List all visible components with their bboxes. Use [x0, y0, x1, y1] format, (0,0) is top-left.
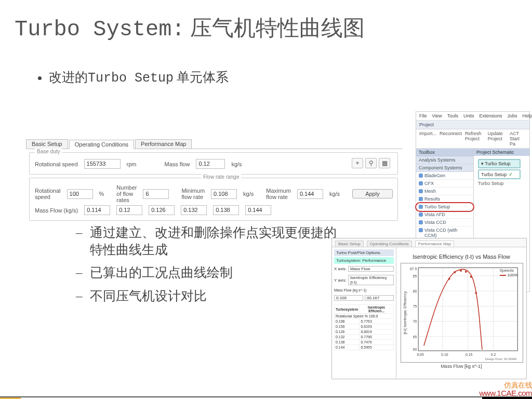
- svg-text:87.5: 87.5: [410, 267, 417, 271]
- item-vista-afd[interactable]: Vista AFD: [416, 211, 473, 219]
- tb-reconnect[interactable]: Reconnect: [440, 131, 462, 147]
- svg-text:75: 75: [413, 304, 417, 308]
- tab-basic-setup[interactable]: Basic Setup: [26, 139, 68, 149]
- svg-text:0.15: 0.15: [466, 353, 472, 356]
- mf0[interactable]: 0.114: [84, 205, 110, 215]
- maxflow-unit: kg/s: [329, 191, 340, 197]
- title-cn: 压气机特性曲线图: [185, 16, 365, 40]
- maxflow-label: Maximum flow rate: [266, 188, 291, 200]
- add-icon[interactable]: +: [352, 158, 363, 168]
- menu-jobs[interactable]: Jobs: [507, 113, 517, 118]
- plot-ylabel: [t-t] Isentropic Efficiency: [403, 291, 407, 335]
- svg-point-25: [475, 292, 477, 294]
- menu-view[interactable]: View: [432, 113, 442, 118]
- tab-operating-conditions[interactable]: Operating Conditions: [69, 140, 134, 149]
- massflow-label: Mass flow: [165, 161, 190, 167]
- pm-tab-perf[interactable]: Performance Map: [415, 241, 455, 247]
- sec-component[interactable]: Component Systems: [416, 164, 473, 172]
- svg-text:80: 80: [413, 289, 417, 293]
- title-en: Turbo System:: [15, 17, 185, 42]
- mfrow-label: Mass Flow (kg/s): [35, 207, 78, 214]
- minflow-label: Minimum flow rate: [181, 188, 205, 200]
- schem-block-title[interactable]: ▾ Turbo Setup: [478, 159, 521, 168]
- tab-performance-map[interactable]: Performance Map: [135, 139, 192, 149]
- rotpct-unit: %: [99, 191, 104, 197]
- menu-units[interactable]: Units: [463, 113, 474, 118]
- sec-analysis[interactable]: Analysis Systems: [416, 156, 473, 164]
- svg-text:0.2: 0.2: [491, 353, 496, 356]
- rotpct-label: Rotational speed: [35, 188, 61, 200]
- massflow-input[interactable]: 0.12: [196, 159, 225, 169]
- sub-2: 不同压气机设计对比: [76, 288, 346, 305]
- apply-button[interactable]: Apply: [352, 189, 393, 198]
- options-icon[interactable]: ▦: [379, 158, 390, 168]
- svg-point-23: [465, 271, 467, 273]
- plot-legend: Speeds 100%: [500, 268, 518, 277]
- mflow-to: 00.167: [365, 295, 394, 301]
- item-results[interactable]: Results: [416, 195, 473, 203]
- menu-help[interactable]: Help: [522, 113, 532, 118]
- efficiency-plot: 60 65 70 75 80 85 87.5 0.05 0.10 0.15 0.…: [401, 263, 523, 363]
- schematic-header: Project Schematic: [474, 149, 529, 156]
- base-duty-legend: Base duty: [35, 149, 62, 154]
- minflow-unit: kg/s: [243, 191, 254, 197]
- mf4[interactable]: 0.138: [213, 205, 239, 215]
- tb-update[interactable]: Update Project: [488, 131, 507, 147]
- svg-text:65: 65: [413, 335, 417, 339]
- item-bladegen[interactable]: BladeGen: [416, 172, 473, 180]
- schem-caption: Turbo Setup: [478, 181, 525, 186]
- svg-point-20: [448, 278, 450, 280]
- bullet-post: 单元体系: [174, 70, 229, 84]
- svg-point-24: [470, 276, 472, 278]
- schem-block-row[interactable]: Turbo Setup✓: [478, 169, 521, 179]
- svg-text:85: 85: [413, 274, 417, 278]
- flowrate-group: Flow rate range Rotational speed 100 % N…: [29, 178, 398, 221]
- pm-sidebar: Turbo Post/Plot Options Turbosystem: Per…: [332, 247, 396, 379]
- tab-project[interactable]: Project: [416, 121, 529, 129]
- pm-sidebar-blue: Turbosystem: Performance: [334, 257, 394, 264]
- bullet-mono: Turbo Setup: [88, 71, 174, 86]
- toolbox-header: Toolbox: [416, 149, 473, 156]
- mf2[interactable]: 0.126: [149, 205, 175, 215]
- svg-text:0.10: 0.10: [441, 353, 448, 356]
- pm-sidebar-hdr: Turbo Post/Plot Options: [334, 249, 394, 256]
- bullet-main: 改进的Turbo Setup 单元体系: [49, 69, 496, 86]
- mf1[interactable]: 0.12: [116, 205, 142, 215]
- minflow-input[interactable]: 0.108: [211, 189, 237, 199]
- tb-refresh[interactable]: Refresh Project: [465, 131, 485, 147]
- sub-1: 已算出的工况点曲线绘制: [76, 264, 346, 282]
- mflow-lbl: Mass Flow (kg s^-1): [334, 288, 366, 292]
- menu-file[interactable]: File: [419, 113, 427, 118]
- nrates-label: Number of flow rates: [116, 184, 137, 203]
- nrates-input[interactable]: 6: [143, 189, 169, 199]
- pm-tab-op[interactable]: Operating Conditions: [367, 241, 412, 247]
- xsel[interactable]: Mass Flow: [348, 266, 394, 272]
- item-turbo-setup[interactable]: Turbo Setup: [416, 203, 473, 211]
- svg-text:70: 70: [413, 320, 417, 324]
- item-cfx[interactable]: CFX: [416, 180, 473, 188]
- rotspeed-input[interactable]: 155733: [84, 159, 121, 169]
- plot-xlabel: Mass Flow [kg s^-1]: [401, 364, 522, 369]
- pm-tab-basic[interactable]: Basic Setup: [335, 241, 364, 247]
- maxflow-input[interactable]: 0.144: [297, 189, 323, 199]
- tb-import[interactable]: Import...: [419, 131, 436, 147]
- plot-title: Isentropic Efficiency (t-t) vs Mass Flow: [401, 254, 522, 260]
- massflow-unit: kg/s: [231, 161, 242, 167]
- magnify-icon[interactable]: ⚲: [365, 158, 377, 168]
- bullet-pre: 改进的: [49, 70, 88, 84]
- pm-data-table: TurbosystemIsentropic Efficien... Rotati…: [334, 304, 394, 350]
- flowrate-legend: Flow rate range: [201, 174, 241, 180]
- svg-point-21: [454, 271, 456, 273]
- ysel[interactable]: Isentropic Efficiency (t-t): [348, 275, 394, 285]
- mf5[interactable]: 0.144: [245, 205, 271, 215]
- menu-ext[interactable]: Extensions: [479, 113, 502, 118]
- slide-title: Turbo System: 压气机特性曲线图: [15, 14, 532, 43]
- mf3[interactable]: 0.132: [181, 205, 207, 215]
- menu-tools[interactable]: Tools: [447, 113, 458, 118]
- item-vista-ccd[interactable]: Vista CCD: [416, 219, 473, 227]
- rotpct-input[interactable]: 100: [67, 189, 93, 199]
- item-mesh[interactable]: Mesh: [416, 188, 473, 195]
- tb-act[interactable]: ACT Start Pa: [510, 131, 526, 147]
- rotspeed-unit: rpm: [127, 161, 137, 167]
- svg-text:0.05: 0.05: [417, 353, 423, 356]
